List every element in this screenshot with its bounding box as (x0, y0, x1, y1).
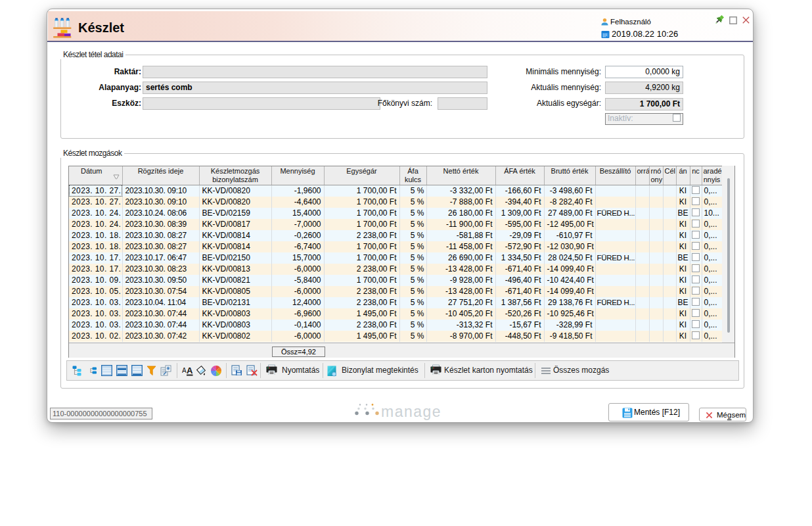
svg-text:manage: manage (381, 403, 441, 420)
svg-text:A: A (187, 366, 193, 375)
svg-text:A: A (182, 367, 187, 374)
